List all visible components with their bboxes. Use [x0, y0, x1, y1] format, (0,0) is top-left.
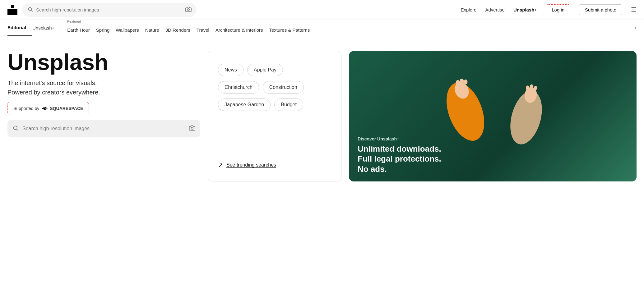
- tag-construction[interactable]: Construction: [263, 81, 304, 94]
- main-content: Unsplash The internet's source for visua…: [0, 36, 644, 189]
- svg-point-19: [534, 86, 537, 90]
- svg-point-14: [464, 80, 468, 85]
- tag-news[interactable]: News: [218, 64, 243, 76]
- tag-japanese-garden[interactable]: Japanese Garden: [218, 98, 271, 111]
- svg-point-7: [13, 126, 17, 130]
- nav-divider: [61, 22, 61, 34]
- card-headline: Unlimited downloads. Full legal protecti…: [358, 144, 628, 174]
- explore-link[interactable]: Explore: [461, 7, 477, 12]
- hero-title: Unsplash: [7, 51, 200, 73]
- tag-christchurch[interactable]: Christchurch: [218, 81, 259, 94]
- category-more-icon[interactable]: ›: [635, 25, 637, 31]
- tab-editorial[interactable]: Editorial: [7, 20, 32, 36]
- camera-search-icon[interactable]: [185, 6, 192, 14]
- trend-tags: News Apple Pay Christchurch Construction…: [218, 64, 331, 111]
- cat-nature[interactable]: Nature: [145, 22, 165, 36]
- cat-architecture[interactable]: Architecture & Interiors: [215, 22, 269, 36]
- tab-unsplash-plus[interactable]: Unsplash+: [32, 20, 61, 36]
- trending-arrow-icon: ↗: [218, 161, 223, 169]
- header: Explore Advertise Unsplash+ Log in Submi…: [0, 0, 644, 20]
- hero-subtitle: The internet's source for visuals. Power…: [7, 78, 200, 97]
- card-discover-label: Discover Unsplash+: [358, 136, 628, 141]
- logo[interactable]: [7, 5, 17, 15]
- hamburger-menu-icon[interactable]: ☰: [631, 6, 637, 14]
- svg-point-5: [188, 8, 190, 11]
- cat-travel[interactable]: Travel: [197, 22, 215, 36]
- cat-textures[interactable]: Textures & Patterns: [269, 22, 316, 36]
- cat-3d-renders[interactable]: 3D Renders: [165, 22, 197, 36]
- svg-point-18: [530, 84, 534, 89]
- squarespace-logo: SQUARESPACE: [42, 105, 83, 112]
- cat-wallpapers[interactable]: Wallpapers: [116, 22, 145, 36]
- hero-camera-icon[interactable]: [189, 125, 195, 132]
- hero-search-input[interactable]: [22, 126, 185, 131]
- svg-point-13: [460, 79, 464, 84]
- hero-search-bar[interactable]: [7, 120, 200, 137]
- see-trending-text[interactable]: See trending searches: [226, 162, 276, 168]
- card-content: Discover Unsplash+ Unlimited downloads. …: [349, 129, 637, 182]
- see-trending-link[interactable]: ↗ See trending searches: [218, 161, 331, 169]
- svg-point-3: [28, 7, 32, 11]
- sponsor-prefix: Supported by: [13, 106, 39, 111]
- cat-spring[interactable]: Spring: [96, 22, 116, 36]
- tag-row-3: Japanese Garden Budget: [218, 98, 331, 111]
- tag-row-1: News Apple Pay: [218, 64, 331, 76]
- hero-section: Unsplash The internet's source for visua…: [7, 51, 200, 137]
- svg-point-17: [526, 85, 530, 90]
- header-search-bar[interactable]: [22, 3, 197, 17]
- advertise-link[interactable]: Advertise: [485, 7, 505, 12]
- search-icon: [27, 7, 33, 13]
- tag-budget[interactable]: Budget: [274, 98, 303, 111]
- login-button[interactable]: Log in: [546, 4, 570, 15]
- svg-line-8: [17, 129, 18, 131]
- category-nav: Editorial Unsplash+ Featured Earth Hour …: [0, 20, 644, 36]
- unsplash-plus-card[interactable]: Discover Unsplash+ Unlimited downloads. …: [349, 51, 637, 181]
- hero-search-icon: [12, 125, 19, 132]
- svg-point-12: [456, 80, 460, 86]
- svg-rect-1: [11, 5, 14, 8]
- sponsor-badge[interactable]: Supported by SQUARESPACE: [7, 102, 89, 115]
- cat-earth-hour[interactable]: Earth Hour: [67, 22, 96, 36]
- svg-line-4: [31, 10, 32, 11]
- trending-section: News Apple Pay Christchurch Construction…: [208, 51, 341, 181]
- tag-row-2: Christchurch Construction: [218, 81, 331, 94]
- header-nav: Explore Advertise Unsplash+ Log in Submi…: [461, 4, 637, 15]
- svg-rect-2: [7, 9, 17, 15]
- submit-photo-button[interactable]: Submit a photo: [579, 4, 622, 15]
- tag-apple-pay[interactable]: Apple Pay: [247, 64, 283, 76]
- search-input[interactable]: [36, 7, 182, 12]
- svg-point-9: [191, 127, 193, 130]
- unsplash-plus-link[interactable]: Unsplash+: [513, 7, 537, 12]
